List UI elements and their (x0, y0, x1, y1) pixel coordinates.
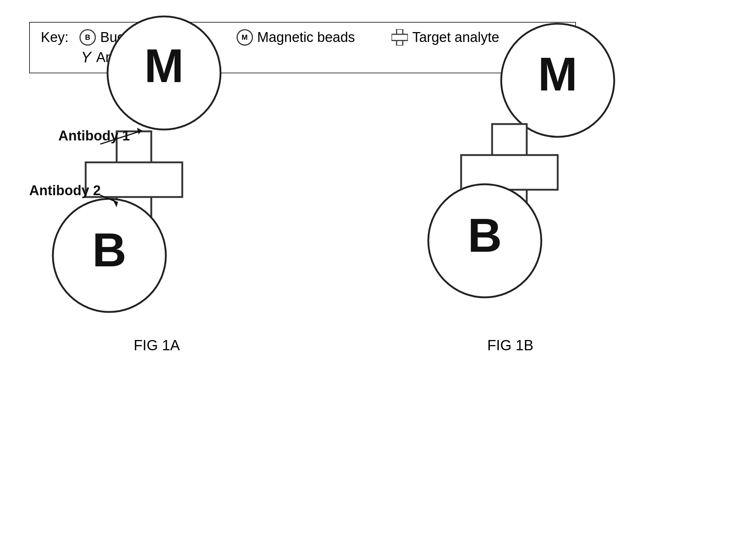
fig1a-label: FIG 1A (29, 337, 284, 354)
svg-text:Antibody 2: Antibody 2 (29, 183, 101, 198)
fig1a-container: M B Antibody 1 Antibody 2 FIG 1A (29, 0, 284, 354)
fig1b-container: M B FIG 1B (383, 0, 638, 354)
fig1b-diagram: M B (383, 0, 638, 328)
svg-text:B: B (468, 209, 502, 262)
fig1a-diagram: M B Antibody 1 Antibody 2 (29, 0, 284, 328)
svg-text:B: B (92, 223, 126, 277)
svg-text:M: M (538, 47, 577, 101)
fig1b-label: FIG 1B (383, 337, 638, 354)
svg-text:Antibody 1: Antibody 1 (58, 128, 130, 143)
svg-text:M: M (144, 39, 184, 92)
